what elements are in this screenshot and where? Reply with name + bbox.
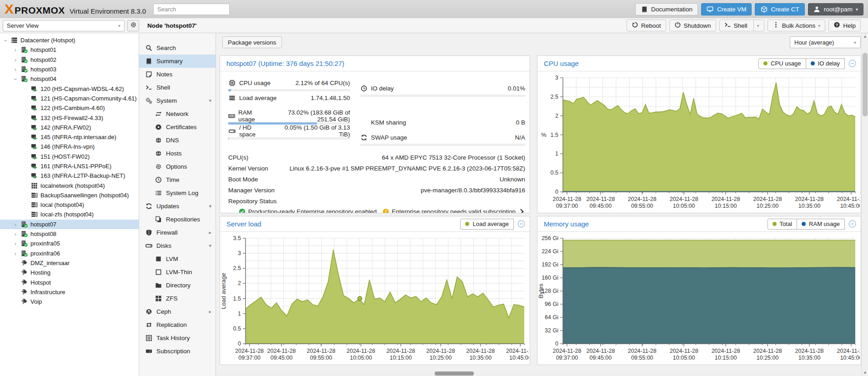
svg-text:10:45:00: 10:45:00 [509,355,529,361]
tree-item-hotspot08[interactable]: ›hotspot08 [0,229,139,239]
vertical-scrollbar-thumb[interactable] [863,53,868,116]
repository-status-line[interactable]: Production-ready Enterprise repository e… [228,206,525,213]
tree-item-132-hs-firewall2-4-33[interactable]: 132 (HS-Firewall2-4.33) [0,113,139,122]
tree-item-hotspot04[interactable]: ⌄hotspot04 [0,74,139,84]
shell-dropdown-arrow[interactable]: ▾ [753,20,759,31]
menu-expander-right-icon[interactable]: ▸ [209,309,211,315]
shell-button[interactable]: Shell ▾ [719,20,764,31]
tree-expander-right-icon[interactable]: › [13,250,18,257]
chart-plot-area: 00.511.522.532024-11-2809:37:002024-11-2… [537,71,861,213]
tree-item-122-hs-cambium-4-60[interactable]: 122 (HS-Cambium-4.60) [0,103,139,113]
horizontal-scrollbar[interactable] [216,371,861,376]
menu-item-subscription[interactable]: Subscription [139,345,216,358]
scroll-down-arrow[interactable]: ▼ [862,370,868,376]
collapse-panel-icon[interactable] [517,220,525,228]
view-config-button[interactable] [127,20,139,31]
tree-item-proxinfra06[interactable]: ›proxinfra06 [0,249,139,258]
create-vm-button[interactable]: Create VM [701,3,752,15]
tree-item-151-host-fw02[interactable]: 151 (HOST-FW02) [0,152,139,161]
tree-expander-right-icon[interactable]: › [13,221,18,228]
package-versions-button[interactable]: Package versions [222,36,282,48]
menu-item-notes[interactable]: Notes [139,68,216,81]
collapse-panel-icon[interactable] [848,220,856,228]
menu-item-dns[interactable]: DNS [139,134,216,147]
menu-item-system[interactable]: System▾ [139,94,216,107]
tree-item-voip[interactable]: Voip [0,297,139,306]
book-icon [641,6,648,13]
tree-item-163-infra-l2tp-backup-net[interactable]: 163 (INFRA-L2TP-Backup-NET) [0,171,139,180]
menu-expander-down-icon[interactable]: ▾ [209,98,211,104]
create-ct-button[interactable]: Create CT [755,3,804,15]
reboot-button[interactable]: Reboot [627,20,666,31]
menu-item-shell[interactable]: Shell [139,81,216,94]
menu-item-system-log[interactable]: System Log [139,186,216,200]
menu-item-summary[interactable]: Summary [139,55,216,68]
menu-item-updates[interactable]: Updates▾ [139,200,216,213]
menu-item-lvm[interactable]: LVM [139,252,216,266]
tree-item-local-hotspot04[interactable]: local (hotspot04) [0,200,139,210]
tree-item-datacenter-hotspot[interactable]: ⌄Datacenter (Hotspot) [0,35,139,45]
vertical-scrollbar[interactable]: ▲ ▼ [861,33,868,376]
menu-expander-down-icon[interactable]: ▾ [209,243,211,249]
tree-expander-down-icon[interactable]: ⌄ [13,75,18,81]
menu-item-disks[interactable]: Disks▾ [139,239,216,252]
menu-item-hosts[interactable]: Hosts [139,147,216,160]
tree-item-142-infra-fw02[interactable]: 142 (INFRA.FW02) [0,123,139,132]
tree-item-local-zfs-hotspot04[interactable]: local-zfs (hotspot04) [0,210,139,219]
tree-item-hotspot03[interactable]: ›hotspot03 [0,65,139,74]
menu-item-search[interactable]: Search [139,41,216,55]
tree-expander-down-icon[interactable]: ⌄ [3,36,8,43]
tree-expander-right-icon[interactable]: › [13,66,18,73]
menu-item-repositories[interactable]: Repositories [139,213,216,226]
tree-expander-right-icon[interactable]: › [13,56,18,63]
tree-item-hotspot[interactable]: Hotspot [0,277,139,287]
documentation-button[interactable]: Documentation [635,3,698,15]
tree-item-161-infra-lns1-pppoe[interactable]: 161 (INFRA-LNS1-PPPoE) [0,161,139,171]
tree-expander-right-icon[interactable]: › [13,240,18,247]
menu-item-certificates[interactable]: Certificates [139,120,216,134]
horizontal-scrollbar-thumb[interactable] [435,371,474,376]
legend-item-total[interactable]: Total [768,219,797,230]
bulk-actions-button[interactable]: Bulk Actions ▾ [768,20,826,31]
search-input[interactable] [153,4,230,15]
tree-item-hotspot07[interactable]: ›hotspot07 [0,220,139,229]
tree-expander-right-icon[interactable]: › [13,46,18,53]
shutdown-button[interactable]: Shutdown [669,20,716,31]
tree-item-proxinfra05[interactable]: ›proxinfra05 [0,239,139,248]
tree-item-hotspot02[interactable]: ›hotspot02 [0,55,139,65]
user-menu-button[interactable]: root@pam ▾ [808,3,863,15]
menu-item-zfs[interactable]: ZFS [139,292,216,305]
menu-item-network[interactable]: Network [139,107,216,120]
menu-expander-right-icon[interactable]: ▸ [209,230,211,236]
menu-item-firewall[interactable]: Firewall▸ [139,226,216,239]
tree-item-localnetwork-hotspot04[interactable]: localnetwork (hotspot04) [0,180,139,190]
menu-item-options[interactable]: Options [139,160,216,173]
collapse-panel-icon[interactable] [848,60,856,67]
legend-item-cpu-usage[interactable]: CPU usage [758,58,806,69]
help-button[interactable]: ? Help [828,20,861,31]
menu-item-ceph[interactable]: Ceph▸ [139,305,216,318]
view-selector-dropdown[interactable]: Server View ▾ [3,20,125,31]
tree-item-label: hotspot04 [30,75,56,82]
tree-item-dmz-intersaar[interactable]: DMZ_intersaar [0,258,139,268]
tree-item-hotspot01[interactable]: ›hotspot01 [0,45,139,55]
menu-item-replication[interactable]: Replication [139,318,216,331]
legend-item-load-average[interactable]: Load average [460,219,514,230]
menu-item-lvm-thin[interactable]: LVM-Thin [139,266,216,279]
menu-expander-down-icon[interactable]: ▾ [209,203,211,209]
legend-item-io-delay[interactable]: IO delay [806,58,845,69]
scroll-up-arrow[interactable]: ▲ [862,33,868,40]
menu-item-time[interactable]: Time [139,173,216,186]
tree-item-hosting[interactable]: Hosting [0,268,139,277]
tree-item-145-infra-ntp-intersaar-de[interactable]: 145 (INFRA-ntp.intersaar.de) [0,132,139,142]
tree-item-146-infra-lns-vpn[interactable]: 146 (INFRA-lns-vpn) [0,142,139,151]
legend-item-ram-usage[interactable]: RAM usage [797,219,845,230]
menu-item-task-history[interactable]: Task History [139,331,216,345]
time-range-dropdown[interactable]: Hour (average) ▾ [790,36,861,48]
tree-item-backupsaarwellingen-hotspot04[interactable]: BackupSaarwellingen (hotspot04) [0,191,139,200]
tree-item-120-hs-capsman-wdsl-4-62[interactable]: 120 (HS-Capsman-WDSL-4.62) [0,84,139,93]
menu-item-directory[interactable]: Directory [139,279,216,292]
tree-expander-right-icon[interactable]: › [13,231,18,237]
tree-item-121-hs-capsman-community-4-61[interactable]: 121 (HS-Capsman-Community-4.61) [0,94,139,103]
tree-item-infrastructure[interactable]: Infrastructure [0,287,139,297]
